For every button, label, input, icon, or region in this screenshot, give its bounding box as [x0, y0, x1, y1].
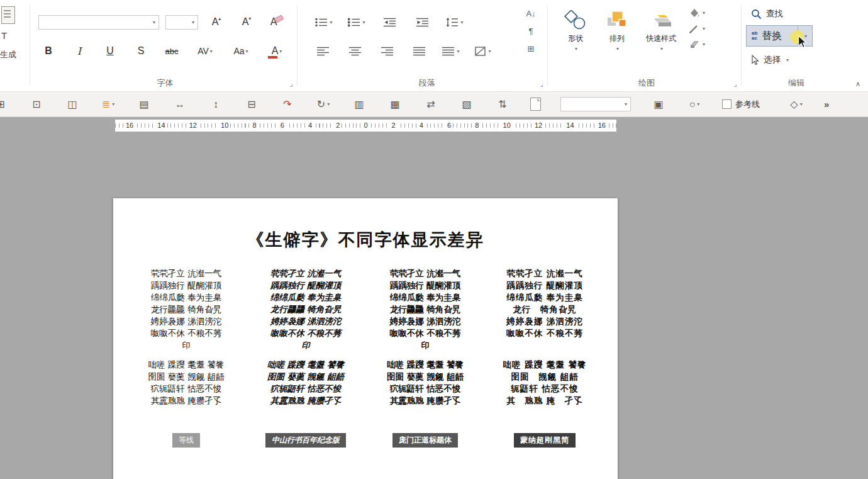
select-button[interactable]: 选择 ▾ [751, 54, 789, 65]
left-strip-t-label[interactable]: T [1, 30, 7, 41]
property-card-icon[interactable]: ▣ [650, 98, 667, 110]
chevron-down-icon[interactable]: ▾ [153, 20, 155, 25]
find-label: 查找 [766, 8, 783, 20]
print-icon[interactable]: ▤ [136, 98, 152, 110]
lyric-line: 绵绵瓜瓞 奉为圭臬 [495, 291, 594, 303]
badge-cell: 庞门正道标题体 [376, 433, 475, 448]
align-list-glyph: ≣ [102, 98, 110, 110]
increase-indent-button[interactable] [410, 13, 434, 31]
italic-button[interactable]: I [68, 42, 91, 60]
shape-outline-button[interactable]: ▾ [688, 23, 705, 33]
font-dialog-launcher-icon[interactable]: ⌟ [290, 80, 293, 88]
chevron-down-icon[interactable]: ▾ [625, 101, 627, 107]
font-size-combo[interactable]: ▾ [165, 15, 198, 30]
generate-doc-icon[interactable] [1, 6, 15, 24]
ruler-number: 6 [445, 120, 453, 132]
bold-button[interactable]: B [37, 42, 60, 60]
sort-icon[interactable]: A↓ [523, 9, 539, 18]
quick-styles-icon [650, 10, 672, 30]
wrap-text-icon[interactable]: ↷ [279, 98, 296, 110]
replace-label: 替换 [762, 30, 782, 43]
align-objects-icon[interactable]: ▥ [351, 98, 367, 110]
chevron-down-icon: ▾ [660, 46, 663, 52]
strikethrough-abc-button[interactable]: abc [160, 42, 183, 60]
borders-icon[interactable]: ⊞ [523, 44, 539, 54]
crop-icon[interactable]: ⊡ [28, 98, 45, 110]
drawing-toolbar: ⊞ ⊡ ◫ ≣ ▾ ▤ ↔ ↕ ⊟ ↷ ↻ ▾ ▥ ▦ ⇄ ▧ ⇅ ▾ ▣ ○ … [0, 92, 868, 117]
editing-group: 查找 ab ac 替换 ▾ 选择 ▾ 编辑 [746, 0, 847, 91]
lyric-line: 龙行龘龘 犄角旮旯 [136, 303, 236, 315]
chevron-down-icon: ▾ [362, 20, 365, 25]
distribute-button[interactable]: ▾ [439, 42, 463, 60]
decrease-indent-button[interactable] [377, 13, 401, 31]
shape-effects-button[interactable]: ▾ [688, 39, 705, 49]
align-right-button[interactable] [375, 42, 399, 60]
chevron-down-icon: ▾ [330, 20, 332, 25]
paragraph-mark-icon[interactable]: ¶ [523, 26, 539, 36]
grow-font-button[interactable]: A ▴ [204, 13, 228, 31]
font-color-button[interactable]: A ▾ [263, 42, 291, 60]
drawing-dialog-launcher-icon[interactable]: ⌟ [734, 80, 737, 88]
column-width-icon[interactable]: ⇄ [423, 98, 439, 110]
line-spacing-button[interactable]: ▾ [443, 13, 467, 31]
group-divider [297, 5, 298, 86]
numbering-button[interactable]: ▾ [345, 13, 369, 31]
underline-button[interactable]: U [99, 42, 121, 60]
change-case-button[interactable]: Aa ▾ [227, 42, 255, 60]
align-center-button[interactable] [343, 42, 367, 60]
shape-fill-button[interactable]: ▾ [688, 8, 705, 18]
theme-color-icon[interactable]: ○ ▾ [686, 99, 703, 110]
new-page-icon[interactable] [530, 98, 541, 111]
lyric-line: 茕茕孑立 沆瀣一气 [256, 268, 355, 279]
badge-cell: 等线 [136, 433, 236, 448]
ruler-number: 12 [533, 120, 544, 132]
font-name-combo[interactable]: ▾ [38, 15, 159, 30]
guides-label: 参考线 [735, 99, 760, 110]
guides-toggle[interactable]: 参考线 [722, 99, 760, 110]
distribute-horizontal-icon[interactable]: ↔ [172, 99, 188, 110]
char-spacing-label: AV [198, 46, 209, 56]
margins-icon[interactable]: ⊟ [243, 98, 260, 110]
more-tools-button[interactable]: » [824, 99, 829, 110]
paragraph-dialog-launcher-icon[interactable]: ⌟ [540, 80, 543, 88]
replace-icon-ac: ac [752, 36, 757, 41]
chart-icon[interactable]: ▧ [459, 98, 475, 110]
table-icon[interactable]: ⊞ [0, 98, 9, 110]
group-divider [547, 5, 548, 86]
horizontal-ruler[interactable]: 1614121086420246810121416 [115, 120, 616, 132]
sort-order-icon[interactable]: ⇅ [494, 98, 511, 110]
fill-bucket-icon [688, 8, 699, 18]
draw-shape-icon[interactable]: ◇ ▾ [788, 98, 804, 110]
style-combo[interactable]: ▾ [560, 97, 631, 111]
guides-checkbox[interactable] [722, 99, 732, 109]
seal-char: 印 [376, 339, 475, 351]
shading-button[interactable]: ▾ [471, 42, 495, 60]
group-objects-icon[interactable]: ▦ [387, 98, 403, 110]
strikethrough-s-button[interactable]: S [130, 42, 152, 60]
quick-styles-button[interactable]: 快速样式 ▾ [640, 5, 682, 70]
paragraph-group: ▾ ▾ ▾ [308, 0, 546, 91]
find-button[interactable]: 查找 [751, 8, 783, 20]
lyric-line: 狖轭鼯轩 怙恶不悛 [256, 383, 355, 395]
character-spacing-button[interactable]: AV ▾ [191, 42, 219, 60]
collapse-ribbon-button[interactable]: ∧ [855, 80, 860, 88]
rotate-icon[interactable]: ↻ ▾ [315, 98, 331, 110]
chevron-down-icon[interactable]: ▾ [192, 20, 194, 25]
shapes-button[interactable]: 形状 ▾ [557, 5, 594, 70]
seal-char: 印 [136, 339, 236, 351]
document-page[interactable]: 《生僻字》不同字体显示差异 茕茕孑立 沆瀣一气踽踽独行 醍醐灌顶绵绵瓜瓞 奉为圭… [113, 198, 618, 479]
rotate-glyph: ↻ [317, 98, 325, 110]
align-list-icon[interactable]: ≣ ▾ [100, 98, 116, 110]
group-divider [30, 5, 30, 86]
align-left-button[interactable] [311, 42, 335, 60]
clear-formatting-button[interactable]: A [265, 13, 289, 31]
merge-cells-icon[interactable]: ◫ [64, 98, 81, 110]
bullets-button[interactable]: ▾ [312, 13, 336, 31]
shrink-font-button[interactable]: A ▾ [235, 13, 259, 31]
shading-icon [475, 47, 486, 56]
arrange-button[interactable]: 排列 ▾ [599, 5, 635, 70]
distribute-vertical-icon[interactable]: ↕ [208, 99, 224, 110]
lyric-line: 其靁虺虺 腌臜孑孓 [376, 395, 475, 407]
lyric-line: 狖轭鼯轩 怙恶不悛 [136, 383, 236, 395]
justify-button[interactable] [407, 42, 431, 60]
